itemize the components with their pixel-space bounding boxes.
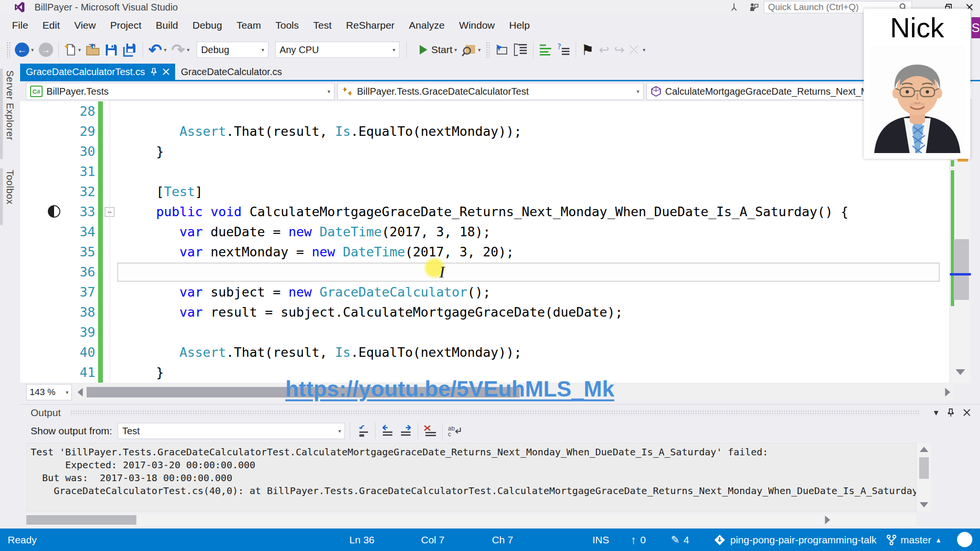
fold-margin[interactable] [103,322,117,342]
youtube-link[interactable]: https://youtu.be/5VEuhMLS_Mk [258,376,641,402]
status-edits[interactable]: ✎ 4 [671,534,689,546]
project-dropdown[interactable]: C# BillPayer.Tests ▾ [26,83,334,100]
code-line-34[interactable]: 34 var dueDate = new DateTime(2017, 3, 1… [20,222,949,242]
fold-margin[interactable] [103,121,117,142]
status-repository[interactable]: ping-pong-pair-programming-talk [714,534,877,546]
clear-all-button[interactable] [421,421,439,441]
scroll-left-arrow[interactable] [78,388,83,397]
undo-button[interactable]: ↶▾ [146,40,169,59]
fold-margin[interactable] [103,242,117,262]
fold-margin[interactable] [103,162,117,182]
fold-margin[interactable] [103,182,117,202]
solution-platform-combo[interactable]: Any CPU▾ [275,42,400,58]
fold-margin[interactable] [103,363,117,383]
menu-resharper[interactable]: ReSharper [339,17,402,34]
glyph-margin[interactable] [20,242,62,262]
output-pane-header[interactable]: Output ▾ [20,405,980,420]
fold-margin[interactable] [103,342,117,363]
menu-file[interactable]: File [5,17,35,34]
start-debugging-button[interactable]: Start ▾ [417,40,459,59]
close-tab-icon[interactable] [163,68,169,75]
output-vertical-scrollbar[interactable] [917,443,931,511]
pin-icon[interactable] [947,408,955,418]
scroll-right-arrow[interactable] [825,516,830,524]
code-line-40[interactable]: 40 Assert.That(result, Is.EqualTo(nextMo… [20,342,949,363]
vertical-scroll-thumb[interactable] [954,239,969,300]
feedback-icon[interactable] [729,2,739,12]
output-vscroll-thumb[interactable] [919,457,929,479]
menu-test[interactable]: Test [306,17,339,34]
fold-margin[interactable] [103,262,117,282]
window-position-dropdown[interactable]: ▾ [934,407,938,418]
navigate-backward-button[interactable]: ←▾ [12,40,36,59]
code-line-36[interactable]: 36 [20,262,949,282]
solution-configuration-combo[interactable]: Debug▾ [197,42,268,58]
fold-margin[interactable] [103,101,117,121]
collapse-region-icon[interactable]: − [105,207,114,217]
fold-margin[interactable] [103,302,117,322]
save-all-button[interactable] [120,40,140,59]
open-file-button[interactable] [83,40,102,59]
menu-window[interactable]: Window [452,17,502,34]
code-line-31[interactable]: 31 [20,162,949,182]
zoom-level-combo[interactable]: 143 % ▾ [26,384,72,400]
glyph-margin[interactable] [20,322,62,342]
scroll-down-arrow[interactable] [956,369,965,375]
menu-analyze[interactable]: Analyze [402,17,452,34]
toggle-word-wrap-button[interactable]: abc [445,421,465,441]
previous-bookmark-button[interactable]: ↩ [596,40,612,59]
navigate-to-button[interactable] [492,40,511,59]
document-outline-button[interactable] [511,40,530,59]
scroll-right-arrow[interactable] [945,388,950,397]
output-hscroll-thumb[interactable] [26,515,136,525]
glyph-margin[interactable] [20,162,62,182]
new-file-button[interactable]: ▾ [62,40,84,59]
redo-button[interactable]: ↷▾ [169,40,192,59]
glyph-margin[interactable] [20,342,62,363]
toggle-bookmark-button[interactable]: ⚑ [579,40,597,59]
fold-margin[interactable] [103,222,117,242]
code-line-38[interactable]: 38 var result = subject.CalculateMortgag… [20,302,949,322]
output-horizontal-scrollbar[interactable] [26,514,916,526]
find-message-in-code-button[interactable] [355,421,372,441]
menu-edit[interactable]: Edit [35,17,67,34]
next-message-button[interactable] [397,421,415,441]
code-editor[interactable]: 2829 Assert.That(result, Is.EqualTo(next… [20,101,949,383]
glyph-margin[interactable] [20,363,62,383]
glyph-margin[interactable] [20,282,62,302]
next-bookmark-button[interactable]: ↪ [612,40,627,59]
status-pending-changes[interactable]: ↑ 0 [631,533,646,547]
code-line-32[interactable]: 32 [Test] [20,182,949,202]
output-log[interactable]: Test 'BillPayer.Tests.GraceDateCalculato… [26,443,916,511]
code-line-35[interactable]: 35 var nextMonday = new DateTime(2017, 3… [20,242,949,262]
code-line-28[interactable]: 28 [20,101,949,121]
find-in-files-button[interactable]: ▾ [459,40,483,59]
uncomment-lines-button[interactable]: ? [555,40,573,59]
fold-margin[interactable] [103,282,117,302]
menu-tools[interactable]: Tools [268,17,306,34]
sidebar-tab-toolbox[interactable]: Toolbox [4,170,15,204]
menu-project[interactable]: Project [103,17,148,34]
menu-team[interactable]: Team [229,17,268,34]
code-line-39[interactable]: 39 [20,322,949,342]
status-branch[interactable]: master ▲ [886,534,942,546]
menu-build[interactable]: Build [149,17,186,34]
glyph-margin[interactable] [20,262,62,282]
pin-icon[interactable] [151,68,157,76]
code-line-29[interactable]: 29 Assert.That(result, Is.EqualTo(nextMo… [20,121,949,142]
code-line-30[interactable]: 30 } [20,142,949,162]
document-tab[interactable]: GraceDateCalculatorTest.cs [20,64,175,80]
fold-margin[interactable] [103,142,117,162]
glyph-margin[interactable] [20,222,62,242]
glyph-margin[interactable] [20,302,62,322]
comment-lines-button[interactable] [536,40,555,59]
previous-message-button[interactable] [379,421,397,441]
send-feedback-person-icon[interactable] [748,2,759,12]
scroll-down-arrow[interactable] [920,502,928,507]
close-pane-icon[interactable] [963,409,970,416]
menu-help[interactable]: Help [502,17,537,34]
sidebar-tab-server-explorer[interactable]: Server Explorer [4,70,15,140]
output-source-combo[interactable]: Test ▾ [118,423,345,439]
glyph-margin[interactable] [20,142,62,162]
save-button[interactable] [102,40,120,59]
